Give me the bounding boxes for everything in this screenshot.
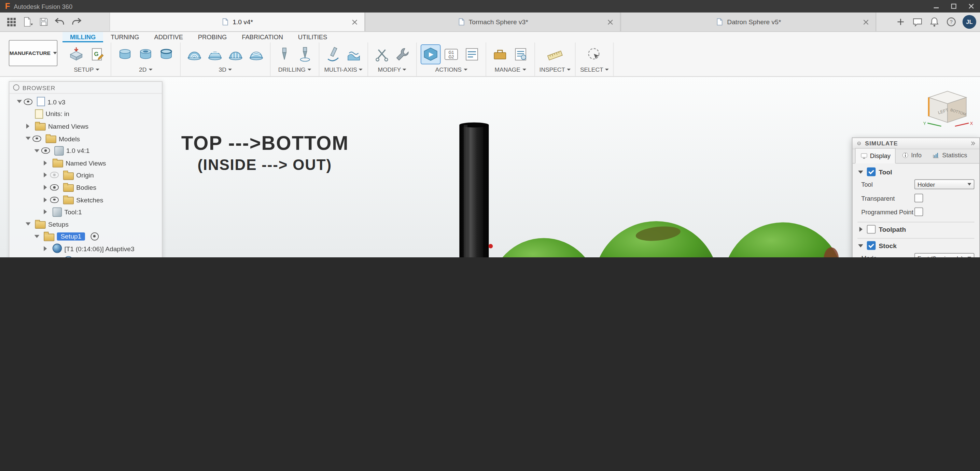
close-tab-icon[interactable]: [606, 18, 614, 25]
browser-row[interactable]: [T1 (0:14:06)] Adaptive3: [9, 242, 162, 255]
doc-tab[interactable]: Datron Sphere v5*: [621, 13, 877, 32]
browser-row[interactable]: Sketches: [9, 193, 162, 206]
collapse-icon[interactable]: [16, 98, 22, 105]
chevron-down-icon[interactable]: [403, 68, 407, 70]
drill-button[interactable]: [275, 45, 294, 64]
measure-button[interactable]: [546, 45, 565, 64]
expand-icon[interactable]: [42, 172, 49, 179]
save-button[interactable]: [36, 14, 51, 29]
contour2d-button[interactable]: [157, 45, 175, 64]
browser-row[interactable]: Models: [9, 132, 162, 145]
chevron-down-icon[interactable]: [95, 68, 99, 70]
wrench-button[interactable]: [393, 45, 412, 64]
visibility-eye-icon[interactable]: [32, 135, 41, 141]
minimize-button[interactable]: [928, 0, 945, 13]
parallel-button[interactable]: [226, 45, 245, 64]
machined-dome-back-mid[interactable]: [590, 221, 722, 257]
maximize-button[interactable]: [945, 0, 963, 13]
chevron-down-icon[interactable]: [567, 68, 571, 70]
doc-tab[interactable]: 1.0 v4*: [109, 13, 365, 32]
gcodes-button[interactable]: G1G2: [442, 45, 461, 64]
expand-icon[interactable]: [42, 159, 49, 166]
trim-button[interactable]: [372, 45, 391, 64]
browser-row[interactable]: Units: in: [9, 108, 162, 120]
expand-icon[interactable]: [24, 123, 31, 130]
expand-icon[interactable]: [42, 196, 49, 203]
toollib-button[interactable]: [491, 45, 509, 64]
browser-row[interactable]: Bodies: [9, 181, 162, 193]
viewcube[interactable]: LEFT BOTTOM Y X: [923, 84, 974, 130]
collapse-icon[interactable]: [33, 147, 40, 154]
browser-row[interactable]: Setups: [9, 218, 162, 230]
section-header-tool[interactable]: Tool: [858, 166, 974, 178]
visibility-eye-icon[interactable]: [50, 172, 59, 178]
chevron-down-icon[interactable]: [522, 68, 526, 70]
select-button[interactable]: [585, 45, 604, 64]
browser-row[interactable]: Origin: [9, 169, 162, 181]
collapse-icon[interactable]: [24, 135, 31, 142]
close-tab-icon[interactable]: [862, 18, 869, 25]
nclist-button[interactable]: [462, 45, 481, 64]
undo-button[interactable]: [52, 14, 68, 29]
chevron-down-icon[interactable]: [307, 68, 311, 70]
visibility-eye-icon[interactable]: [41, 147, 50, 154]
transparent-checkbox[interactable]: [915, 193, 923, 202]
chevron-down-icon[interactable]: [228, 68, 232, 70]
ribbon-tab-turning[interactable]: TURNING: [103, 32, 146, 43]
face-button[interactable]: [116, 45, 135, 64]
collapse-icon[interactable]: [858, 242, 864, 249]
help-button[interactable]: ?: [944, 14, 959, 29]
simulate-button[interactable]: [422, 45, 440, 64]
section-checkbox[interactable]: [867, 168, 876, 176]
pocket3d-button[interactable]: [205, 45, 224, 64]
browser-row[interactable]: [T1 (0:06:30)] 2D Contour: [9, 255, 162, 257]
doc-tab[interactable]: Tormach Sphere v3*: [365, 13, 621, 32]
collapse-icon[interactable]: [33, 233, 40, 239]
comments-button[interactable]: [910, 14, 925, 29]
bore-button[interactable]: [296, 45, 315, 64]
ribbon-tab-milling[interactable]: MILLING: [62, 32, 103, 43]
collapse-icon[interactable]: [24, 221, 31, 228]
expand-icon[interactable]: [42, 209, 49, 216]
expand-icon[interactable]: [42, 245, 49, 252]
chevron-down-icon[interactable]: [359, 68, 363, 70]
chevron-down-icon[interactable]: [605, 68, 609, 70]
adaptive-button[interactable]: [185, 45, 204, 64]
section-header-stock[interactable]: Stock: [858, 240, 974, 251]
close-button[interactable]: [963, 0, 980, 13]
simulate-tab-info[interactable]: Info: [896, 147, 926, 163]
app-grid-button[interactable]: [4, 14, 19, 29]
programmed-point-checkbox[interactable]: [915, 208, 923, 216]
machined-dome-back-right[interactable]: [719, 222, 847, 257]
ribbon-tab-utilities[interactable]: UTILITIES: [291, 32, 335, 43]
add-tab-button[interactable]: [893, 14, 908, 29]
redo-button[interactable]: [68, 14, 84, 29]
scallop-button[interactable]: [247, 45, 266, 64]
browser-row[interactable]: Setup1: [9, 230, 162, 243]
tool-select[interactable]: Holder: [915, 179, 975, 189]
mode-select[interactable]: Fast (3-axis only): [915, 253, 975, 257]
file-menu-button[interactable]: [20, 14, 35, 29]
chevron-down-icon[interactable]: [148, 68, 152, 70]
chevron-down-icon[interactable]: [463, 68, 467, 70]
close-tab-icon[interactable]: [351, 18, 358, 25]
browser-row[interactable]: Named Views: [9, 157, 162, 169]
browser-row[interactable]: 1.0 v4:1: [9, 144, 162, 157]
workspace-selector[interactable]: MANUFACTURE: [9, 40, 58, 66]
collapse-icon[interactable]: [858, 169, 864, 175]
section-checkbox[interactable]: [867, 225, 876, 234]
browser-row[interactable]: Named Views: [9, 120, 162, 132]
gcode-button[interactable]: G: [88, 45, 106, 64]
task-button[interactable]: [511, 45, 530, 64]
ribbon-tab-additive[interactable]: ADDITIVE: [147, 32, 191, 43]
collapse-panel-icon[interactable]: [969, 140, 976, 147]
simulate-tab-statistics[interactable]: Statistics: [927, 147, 972, 163]
cutting-tool[interactable]: [459, 122, 488, 257]
browser-header[interactable]: BROWSER: [9, 82, 162, 94]
browser-row[interactable]: 1.0 v3: [9, 95, 162, 108]
section-header-toolpath[interactable]: Toolpath: [858, 224, 974, 235]
browser-row[interactable]: Tool:1: [9, 206, 162, 218]
notifications-button[interactable]: [927, 14, 942, 29]
section-checkbox[interactable]: [867, 241, 876, 250]
pocket2d-button[interactable]: [136, 45, 155, 64]
